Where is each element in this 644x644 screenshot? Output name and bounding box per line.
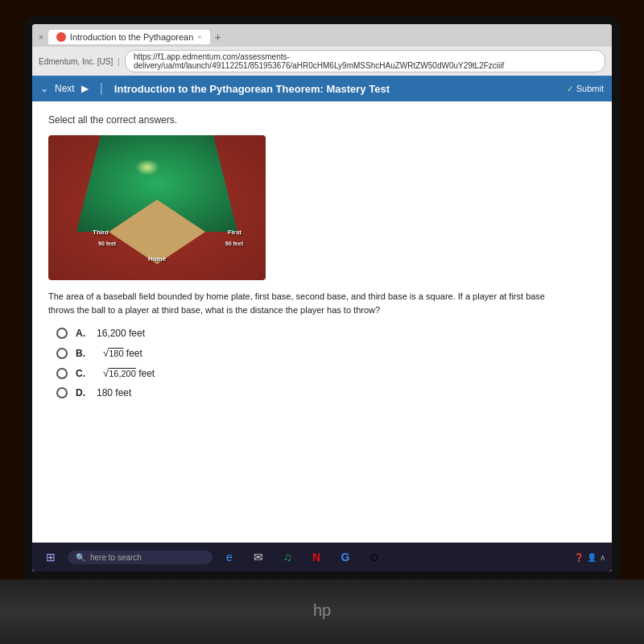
option-a-text: 16,200 feet — [97, 328, 145, 339]
home-plate-label: Home — [148, 255, 166, 262]
checkmark-icon: ✓ — [567, 84, 574, 94]
baseball-field-image: Third First Home 90 feet 90 feet — [48, 135, 266, 280]
start-button[interactable]: ⊞ — [39, 546, 63, 568]
option-b-letter: B. — [76, 348, 89, 359]
new-tab-button[interactable]: + — [215, 31, 221, 43]
field-background: Third First Home 90 feet 90 feet — [48, 135, 266, 280]
tab-close-icon[interactable]: × — [39, 33, 43, 42]
taskbar-chrome-icon[interactable]: ⊙ — [362, 546, 386, 568]
option-c: C. 16,200 feet — [56, 367, 596, 379]
option-d-letter: D. — [76, 387, 89, 398]
toolbar-left: ⌄ Next ▶ | Introduction to the Pythagore… — [40, 81, 390, 96]
option-c-text: 16,200 feet — [97, 367, 155, 379]
address-bar[interactable]: https://f1.app.edmentum.com/assessments-… — [125, 50, 605, 72]
tab-favicon — [56, 32, 66, 42]
option-c-letter: C. — [76, 368, 89, 379]
page-title: Introduction to the Pythagorean Theorem:… — [114, 83, 390, 95]
app-toolbar: ⌄ Next ▶ | Introduction to the Pythagore… — [32, 76, 612, 101]
submit-button[interactable]: ✓ Submit — [567, 84, 604, 94]
third-base-label: Third — [93, 229, 109, 236]
radio-b[interactable] — [56, 348, 68, 359]
taskbar: ⊞ 🔍 here to search e ✉ ♫ N G ⊙ — [32, 543, 612, 572]
tab-bar: × Introduction to the Pythagorean × + — [32, 24, 612, 47]
tab-label: Introduction to the Pythagorean — [70, 32, 194, 42]
option-d-text: 180 feet — [97, 387, 131, 398]
first-base-label: First — [228, 229, 242, 236]
screen: × Introduction to the Pythagorean × + Ed… — [32, 24, 612, 572]
taskbar-spotify-icon[interactable]: ♫ — [275, 546, 299, 568]
toolbar-separator: | — [100, 81, 103, 96]
nav-arrow-icon: ⌄ — [40, 83, 48, 94]
radio-c[interactable] — [56, 368, 68, 379]
next-arrow-icon: ▶ — [81, 83, 89, 94]
sqrt-b: 180 — [97, 347, 124, 359]
taskbar-google-icon[interactable]: G — [333, 546, 357, 568]
option-b: B. 180 feet — [56, 347, 596, 359]
laptop-logo: hp — [313, 601, 331, 620]
content-area: Select all the correct answers. Third Fi… — [32, 101, 612, 572]
tray-help-icon: ❓ — [574, 553, 584, 562]
search-icon: 🔍 — [76, 553, 85, 562]
laptop-base: hp — [0, 580, 644, 644]
radio-d[interactable] — [56, 387, 68, 398]
address-bar-row: Edmentum, Inc. [US] | https://f1.app.edm… — [32, 47, 612, 76]
taskbar-mail-icon[interactable]: ✉ — [246, 546, 270, 568]
answer-options: A. 16,200 feet B. 180 feet C. 16,200 fee… — [56, 328, 596, 398]
active-tab[interactable]: Introduction to the Pythagorean × — [48, 30, 210, 44]
question-text: The area of a baseball field bounded by … — [48, 290, 547, 316]
feet-left-label: 90 feet — [98, 241, 116, 246]
submit-area: ✓ Submit — [567, 84, 604, 94]
radio-a[interactable] — [56, 328, 68, 339]
taskbar-edge-icon[interactable]: e — [217, 546, 242, 568]
next-button[interactable]: Next — [55, 83, 75, 94]
nav-arrows: ⌄ — [40, 83, 48, 94]
tray-user-icon: 👤 — [587, 553, 597, 562]
site-label: Edmentum, Inc. [US] — [39, 57, 113, 66]
option-a-letter: A. — [76, 328, 89, 339]
question-instruction: Select all the correct answers. — [48, 114, 596, 126]
feet-right-label: 90 feet — [225, 241, 243, 246]
tray-expand-icon[interactable]: ∧ — [600, 553, 605, 562]
laptop-frame: × Introduction to the Pythagorean × + Ed… — [24, 16, 620, 580]
tab-x[interactable]: × — [197, 33, 201, 41]
taskbar-netflix-icon[interactable]: N — [304, 546, 328, 568]
search-placeholder: here to search — [90, 553, 142, 562]
system-tray: ❓ 👤 ∧ — [574, 553, 605, 562]
search-bar[interactable]: 🔍 here to search — [68, 551, 213, 564]
sqrt-c: 16,200 — [97, 367, 136, 379]
option-d: D. 180 feet — [56, 387, 596, 398]
option-b-text: 180 feet — [97, 347, 142, 359]
field-lights — [135, 159, 159, 175]
option-a: A. 16,200 feet — [56, 328, 596, 339]
